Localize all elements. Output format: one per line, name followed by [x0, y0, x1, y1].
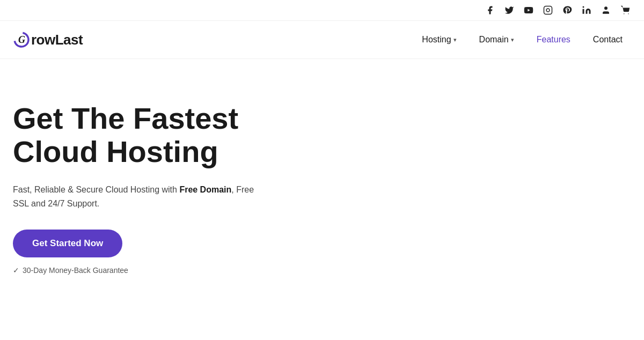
svg-point-7 — [628, 13, 629, 14]
twitter-icon[interactable] — [503, 4, 515, 16]
nav-hosting[interactable]: Hosting ▾ — [413, 31, 465, 49]
svg-point-4 — [583, 6, 584, 8]
social-bar — [0, 0, 644, 21]
logo[interactable]: G rowLast — [13, 31, 83, 48]
logo-text: rowLast — [31, 32, 83, 48]
facebook-icon[interactable] — [484, 4, 496, 16]
youtube-icon[interactable] — [523, 4, 535, 16]
nav-contact[interactable]: Contact — [584, 31, 631, 49]
pinterest-icon[interactable] — [561, 4, 573, 16]
hero-subtitle: Fast, Reliable & Secure Cloud Hosting wi… — [13, 183, 255, 210]
svg-point-6 — [624, 13, 625, 14]
linkedin-icon[interactable] — [581, 4, 592, 16]
chevron-down-icon: ▾ — [453, 36, 457, 43]
get-started-button[interactable]: Get Started Now — [13, 230, 122, 257]
navbar: G rowLast Hosting ▾ Domain ▾ Features Co… — [0, 21, 644, 59]
chevron-down-icon: ▾ — [511, 36, 514, 43]
nav-domain[interactable]: Domain ▾ — [471, 31, 523, 49]
svg-rect-1 — [544, 6, 552, 14]
nav-links: Hosting ▾ Domain ▾ Features Contact — [413, 31, 631, 49]
instagram-icon[interactable] — [542, 4, 554, 16]
user-account-icon[interactable] — [600, 4, 612, 16]
checkmark-icon: ✓ — [13, 266, 19, 275]
svg-rect-3 — [583, 9, 584, 14]
guarantee-text: ✓ 30-Day Money-Back Guarantee — [13, 266, 255, 275]
hero-section: Get The Fastest Cloud Hosting Fast, Reli… — [0, 59, 268, 296]
hero-title: Get The Fastest Cloud Hosting — [13, 102, 255, 168]
nav-features[interactable]: Features — [528, 31, 579, 49]
svg-point-5 — [604, 6, 608, 10]
cart-icon[interactable] — [619, 4, 631, 16]
svg-text:G: G — [18, 34, 25, 45]
